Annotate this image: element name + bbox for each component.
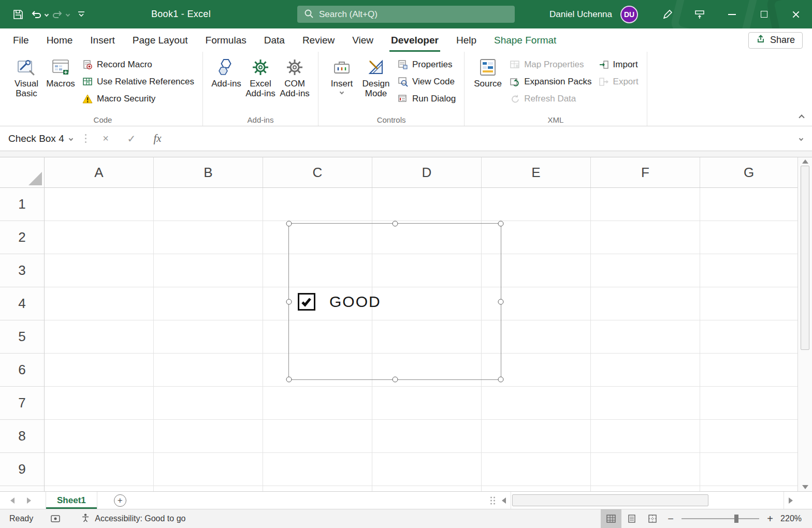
macros-button[interactable]: Macros xyxy=(44,54,78,90)
name-box-dropdown-icon[interactable] xyxy=(69,136,73,140)
tab-view[interactable]: View xyxy=(343,28,382,52)
page-layout-view-button[interactable] xyxy=(621,509,642,528)
row-header-4[interactable]: 4 xyxy=(0,287,44,320)
column-header-E[interactable]: E xyxy=(482,157,591,187)
checkbox-control[interactable]: GOOD xyxy=(298,293,381,311)
column-header-C[interactable]: C xyxy=(263,157,372,187)
selection-handle[interactable] xyxy=(498,221,504,227)
undo-button[interactable] xyxy=(30,4,48,25)
selection-handle[interactable] xyxy=(392,221,398,227)
row-header-9[interactable]: 9 xyxy=(0,453,44,486)
page-break-preview-button[interactable] xyxy=(642,509,663,528)
horizontal-scroll-thumb[interactable] xyxy=(512,494,708,506)
column-header-D[interactable]: D xyxy=(372,157,482,187)
formula-input[interactable] xyxy=(170,126,790,151)
run-dialog-button[interactable]: Run Dialog xyxy=(395,92,458,106)
tab-help[interactable]: Help xyxy=(447,28,485,52)
selection-handle[interactable] xyxy=(286,299,292,304)
minimize-button[interactable] xyxy=(716,0,748,28)
column-header-B[interactable]: B xyxy=(154,157,263,187)
save-icon[interactable] xyxy=(9,4,27,25)
normal-view-button[interactable] xyxy=(601,509,621,528)
close-button[interactable] xyxy=(780,0,812,28)
view-code-button[interactable]: View Code xyxy=(395,75,458,89)
tab-shape-format[interactable]: Shape Format xyxy=(485,28,565,52)
vertical-scroll-thumb[interactable] xyxy=(801,166,809,350)
horizontal-scrollbar[interactable] xyxy=(497,492,798,509)
selection-handle[interactable] xyxy=(286,221,292,227)
enter-icon[interactable]: ✓ xyxy=(119,133,144,145)
insert-dropdown-icon[interactable] xyxy=(340,90,344,94)
zoom-in-button[interactable]: + xyxy=(762,513,778,525)
previous-sheet-icon[interactable] xyxy=(10,497,15,504)
import-button[interactable]: Import xyxy=(596,57,641,72)
name-box[interactable]: Check Box 4 xyxy=(0,126,79,151)
redo-dropdown-icon[interactable] xyxy=(66,12,70,16)
checkbox-checked-icon[interactable] xyxy=(298,293,315,311)
tab-insert[interactable]: Insert xyxy=(81,28,124,52)
row-header-2[interactable]: 2 xyxy=(0,221,44,254)
checkbox-selection-box[interactable]: GOOD xyxy=(288,223,501,380)
customize-quick-access-icon[interactable] xyxy=(72,4,90,25)
design-mode-button[interactable]: Design Mode xyxy=(359,54,393,100)
column-header-A[interactable]: A xyxy=(45,157,154,187)
share-button[interactable]: Share xyxy=(748,32,803,49)
scroll-up-icon[interactable] xyxy=(802,159,808,164)
row-header-8[interactable]: 8 xyxy=(0,420,44,453)
record-macro-button[interactable]: Record Macro xyxy=(80,57,196,72)
accessibility-status[interactable]: Accessibility: Good to go xyxy=(81,513,185,524)
source-button[interactable]: Source xyxy=(471,54,505,90)
visual-basic-button[interactable]: Visual Basic xyxy=(9,54,44,100)
search-box[interactable] xyxy=(297,6,515,23)
column-header-F[interactable]: F xyxy=(591,157,700,187)
selection-handle[interactable] xyxy=(498,377,504,383)
selection-handle[interactable] xyxy=(286,377,292,383)
row-header-3[interactable]: 3 xyxy=(0,254,44,287)
tab-home[interactable]: Home xyxy=(38,28,82,52)
row-header-5[interactable]: 5 xyxy=(0,320,44,354)
cell-grid[interactable]: GOOD xyxy=(45,188,798,491)
insert-function-icon[interactable]: fx xyxy=(144,132,170,145)
scroll-right-icon[interactable] xyxy=(784,492,798,509)
macro-security-button[interactable]: Macro Security xyxy=(80,92,196,106)
scroll-left-icon[interactable] xyxy=(497,492,511,509)
insert-control-button[interactable]: Insert xyxy=(325,54,359,95)
select-all-corner[interactable] xyxy=(0,157,44,188)
properties-button[interactable]: Properties xyxy=(395,57,458,72)
cancel-icon[interactable]: × xyxy=(93,133,119,144)
selection-handle[interactable] xyxy=(392,377,398,383)
new-sheet-button[interactable]: + xyxy=(114,494,126,507)
expand-formula-bar-icon[interactable] xyxy=(790,137,812,140)
zoom-out-button[interactable]: − xyxy=(663,513,678,525)
com-add-ins-button[interactable]: COM Add-ins xyxy=(278,54,312,100)
user-name[interactable]: Daniel Uchenna xyxy=(549,9,612,20)
add-ins-button[interactable]: Add-ins xyxy=(209,54,243,90)
zoom-slider[interactable] xyxy=(682,518,759,519)
tab-formulas[interactable]: Formulas xyxy=(197,28,255,52)
tab-review[interactable]: Review xyxy=(294,28,343,52)
column-header-G[interactable]: G xyxy=(700,157,798,187)
use-relative-references-button[interactable]: Use Relative References xyxy=(80,75,196,89)
macro-record-status-icon[interactable] xyxy=(51,515,60,522)
tab-developer[interactable]: Developer xyxy=(382,28,447,52)
sheet-tab-sheet1[interactable]: Sheet1 xyxy=(46,492,97,509)
horizontal-scroll-track[interactable] xyxy=(511,492,784,509)
redo-button[interactable] xyxy=(51,4,69,25)
tab-page-layout[interactable]: Page Layout xyxy=(124,28,197,52)
zoom-slider-thumb[interactable] xyxy=(734,515,738,523)
ink-pen-icon[interactable] xyxy=(651,4,684,25)
maximize-button[interactable] xyxy=(748,0,780,28)
search-input[interactable] xyxy=(319,9,509,20)
undo-dropdown-icon[interactable] xyxy=(45,12,49,16)
tab-data[interactable]: Data xyxy=(255,28,294,52)
expansion-packs-button[interactable]: Expansion Packs xyxy=(507,75,593,89)
row-header-6[interactable]: 6 xyxy=(0,354,44,387)
selection-handle[interactable] xyxy=(498,299,504,304)
collapse-ribbon-icon[interactable] xyxy=(800,112,804,122)
zoom-level[interactable]: 220% xyxy=(778,514,812,523)
excel-add-ins-button[interactable]: Excel Add-ins xyxy=(243,54,278,100)
vertical-scrollbar[interactable] xyxy=(798,157,812,491)
tab-file[interactable]: File xyxy=(4,28,38,52)
scroll-down-icon[interactable] xyxy=(802,485,808,489)
row-header-1[interactable]: 1 xyxy=(0,188,44,221)
